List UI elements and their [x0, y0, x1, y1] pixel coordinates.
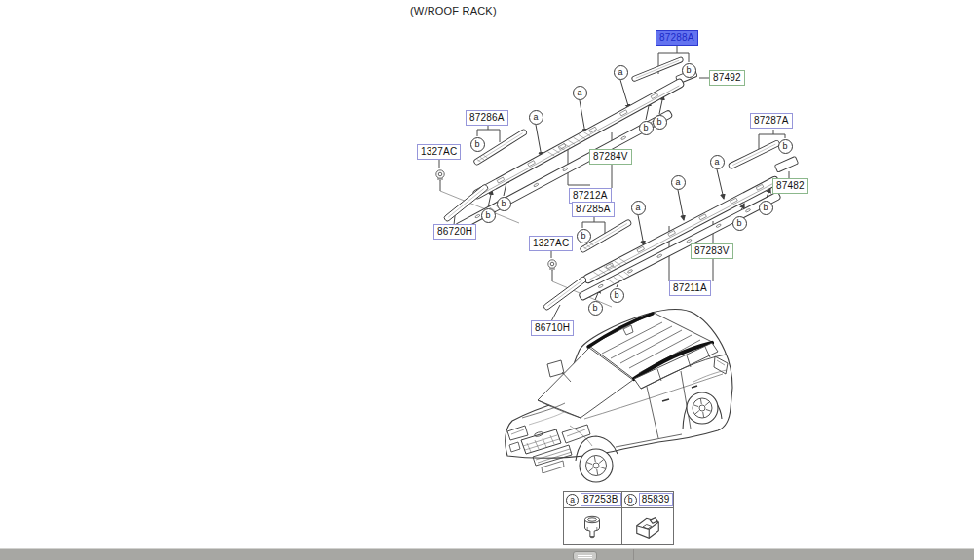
exploded-diagram — [0, 0, 974, 560]
part-label-86710h[interactable]: 86710H — [531, 320, 574, 336]
legend-cell-a: a 87253B — [564, 492, 622, 544]
sheet-clip-icon — [633, 512, 662, 541]
marker-b: b — [639, 121, 654, 135]
marker-b: b — [497, 197, 511, 211]
strip-87287a — [728, 140, 780, 169]
marker-a: a — [573, 86, 587, 100]
marker-b: b — [759, 201, 773, 215]
marker-a: a — [614, 65, 628, 80]
part-label-1327ac-1[interactable]: 1327AC — [417, 144, 461, 160]
legend-marker-b: b — [624, 494, 637, 506]
marker-a: a — [631, 201, 646, 215]
part-label-87211a[interactable]: 87211A — [669, 280, 711, 296]
marker-a: a — [671, 175, 686, 190]
marker-b: b — [470, 137, 485, 152]
legend-marker-a: a — [566, 494, 579, 506]
marker-b: b — [610, 288, 624, 303]
marker-a: a — [710, 155, 725, 169]
statusbar-divider — [633, 549, 634, 560]
marker-b: b — [577, 229, 591, 243]
part-label-87287a[interactable]: 87287A — [750, 113, 793, 129]
marker-a: a — [529, 110, 543, 125]
marker-b: b — [653, 115, 667, 130]
part-label-87482[interactable]: 87482 — [772, 178, 808, 194]
statusbar-drag-handle[interactable] — [573, 551, 597, 560]
marker-b: b — [588, 301, 603, 316]
part-label-87286a[interactable]: 87286A — [466, 110, 508, 126]
legend-cell-b: b 85839 — [622, 492, 673, 544]
marker-b: b — [682, 63, 696, 78]
part-label-86720h[interactable]: 86720H — [433, 224, 476, 240]
piece-87482 — [774, 156, 798, 172]
part-label-1327ac-2[interactable]: 1327AC — [529, 236, 573, 251]
part-label-87288a[interactable]: 87288A — [656, 30, 698, 46]
page-title: (W/ROOF RACK) — [410, 5, 497, 17]
marker-b: b — [732, 216, 747, 231]
part-label-87492[interactable]: 87492 — [709, 70, 745, 86]
legend-part-85839[interactable]: 85839 — [639, 493, 673, 506]
part-label-87285a[interactable]: 87285A — [572, 202, 615, 217]
part-label-87283v[interactable]: 87283V — [691, 243, 733, 259]
legend-part-87253b[interactable]: 87253B — [581, 493, 621, 506]
marker-b: b — [778, 139, 793, 154]
parts-catalog-page: (W/ROOF RACK) 87288A 87492 87286A 1327AC… — [0, 0, 974, 560]
marker-b: b — [481, 208, 496, 223]
statusbar — [0, 548, 974, 560]
part-label-87284v[interactable]: 87284V — [589, 149, 632, 165]
push-clip-icon — [578, 512, 607, 541]
legend-table: a 87253B b 85839 — [563, 491, 674, 545]
